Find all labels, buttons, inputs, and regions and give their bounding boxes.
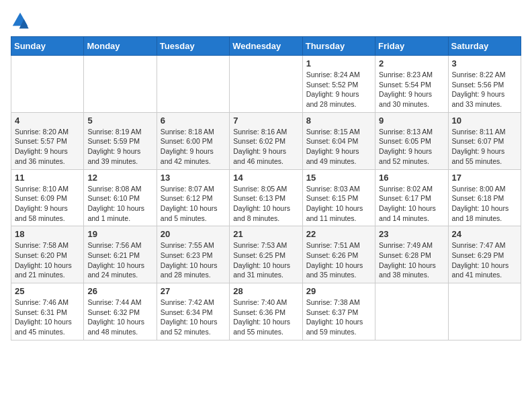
day-number: 1 bbox=[306, 58, 371, 68]
day-number: 13 bbox=[161, 173, 226, 183]
day-cell: 8Sunrise: 8:15 AM Sunset: 6:04 PM Daylig… bbox=[302, 112, 375, 169]
day-cell: 14Sunrise: 8:05 AM Sunset: 6:13 PM Dayli… bbox=[230, 169, 302, 226]
day-cell: 19Sunrise: 7:56 AM Sunset: 6:21 PM Dayli… bbox=[84, 226, 157, 283]
day-cell: 11Sunrise: 8:10 AM Sunset: 6:09 PM Dayli… bbox=[11, 169, 84, 226]
day-number: 9 bbox=[379, 116, 444, 126]
day-cell: 5Sunrise: 8:19 AM Sunset: 5:59 PM Daylig… bbox=[84, 112, 157, 169]
day-cell: 2Sunrise: 8:23 AM Sunset: 5:54 PM Daylig… bbox=[375, 56, 448, 113]
day-info: Sunrise: 8:22 AM Sunset: 5:56 PM Dayligh… bbox=[452, 70, 517, 109]
day-info: Sunrise: 8:03 AM Sunset: 6:15 PM Dayligh… bbox=[306, 184, 371, 224]
day-number: 23 bbox=[379, 229, 444, 239]
day-info: Sunrise: 8:10 AM Sunset: 6:09 PM Dayligh… bbox=[15, 184, 80, 224]
day-cell bbox=[157, 56, 229, 113]
day-number: 24 bbox=[452, 229, 517, 239]
day-number: 6 bbox=[161, 116, 226, 126]
day-cell: 10Sunrise: 8:11 AM Sunset: 6:07 PM Dayli… bbox=[448, 112, 521, 169]
day-number: 22 bbox=[306, 229, 371, 239]
day-cell: 28Sunrise: 7:40 AM Sunset: 6:36 PM Dayli… bbox=[230, 283, 302, 340]
day-cell: 16Sunrise: 8:02 AM Sunset: 6:17 PM Dayli… bbox=[375, 169, 448, 226]
weekday-header-thursday: Thursday bbox=[302, 37, 375, 56]
week-row-4: 18Sunrise: 7:58 AM Sunset: 6:20 PM Dayli… bbox=[11, 226, 521, 283]
day-info: Sunrise: 8:05 AM Sunset: 6:13 PM Dayligh… bbox=[233, 184, 298, 224]
day-number: 17 bbox=[452, 173, 517, 183]
week-row-2: 4Sunrise: 8:20 AM Sunset: 5:57 PM Daylig… bbox=[11, 112, 521, 169]
day-number: 5 bbox=[87, 116, 152, 126]
day-cell bbox=[375, 283, 448, 340]
day-number: 7 bbox=[233, 116, 298, 126]
day-info: Sunrise: 8:00 AM Sunset: 6:18 PM Dayligh… bbox=[452, 184, 517, 224]
day-info: Sunrise: 8:11 AM Sunset: 6:07 PM Dayligh… bbox=[452, 127, 517, 167]
day-number: 2 bbox=[379, 58, 444, 68]
day-info: Sunrise: 7:51 AM Sunset: 6:26 PM Dayligh… bbox=[306, 240, 371, 280]
day-cell: 29Sunrise: 7:38 AM Sunset: 6:37 PM Dayli… bbox=[302, 283, 375, 340]
day-cell: 9Sunrise: 8:13 AM Sunset: 6:05 PM Daylig… bbox=[375, 112, 448, 169]
day-cell: 3Sunrise: 8:22 AM Sunset: 5:56 PM Daylig… bbox=[448, 56, 521, 113]
day-number: 27 bbox=[161, 286, 226, 296]
day-info: Sunrise: 7:40 AM Sunset: 6:36 PM Dayligh… bbox=[233, 298, 298, 337]
day-info: Sunrise: 7:55 AM Sunset: 6:23 PM Dayligh… bbox=[161, 240, 226, 280]
day-cell: 6Sunrise: 8:18 AM Sunset: 6:00 PM Daylig… bbox=[157, 112, 229, 169]
day-cell: 23Sunrise: 7:49 AM Sunset: 6:28 PM Dayli… bbox=[375, 226, 448, 283]
calendar-table: SundayMondayTuesdayWednesdayThursdayFrid… bbox=[11, 36, 521, 340]
day-cell: 4Sunrise: 8:20 AM Sunset: 5:57 PM Daylig… bbox=[11, 112, 84, 169]
day-info: Sunrise: 7:44 AM Sunset: 6:32 PM Dayligh… bbox=[87, 298, 152, 337]
day-info: Sunrise: 8:07 AM Sunset: 6:12 PM Dayligh… bbox=[161, 184, 226, 224]
weekday-header-sunday: Sunday bbox=[11, 37, 84, 56]
day-number: 8 bbox=[306, 116, 371, 126]
day-cell: 25Sunrise: 7:46 AM Sunset: 6:31 PM Dayli… bbox=[11, 283, 84, 340]
day-info: Sunrise: 7:49 AM Sunset: 6:28 PM Dayligh… bbox=[379, 240, 444, 280]
day-number: 12 bbox=[87, 173, 152, 183]
week-row-1: 1Sunrise: 8:24 AM Sunset: 5:52 PM Daylig… bbox=[11, 56, 521, 113]
weekday-header-monday: Monday bbox=[84, 37, 157, 56]
page-header bbox=[11, 11, 521, 30]
day-number: 26 bbox=[87, 286, 152, 296]
day-cell: 22Sunrise: 7:51 AM Sunset: 6:26 PM Dayli… bbox=[302, 226, 375, 283]
day-cell: 17Sunrise: 8:00 AM Sunset: 6:18 PM Dayli… bbox=[448, 169, 521, 226]
weekday-header-tuesday: Tuesday bbox=[157, 37, 229, 56]
week-row-5: 25Sunrise: 7:46 AM Sunset: 6:31 PM Dayli… bbox=[11, 283, 521, 340]
day-cell bbox=[230, 56, 302, 113]
day-cell bbox=[84, 56, 157, 113]
day-number: 28 bbox=[233, 286, 298, 296]
day-cell: 27Sunrise: 7:42 AM Sunset: 6:34 PM Dayli… bbox=[157, 283, 229, 340]
day-info: Sunrise: 8:02 AM Sunset: 6:17 PM Dayligh… bbox=[379, 184, 444, 224]
week-row-3: 11Sunrise: 8:10 AM Sunset: 6:09 PM Dayli… bbox=[11, 169, 521, 226]
day-number: 16 bbox=[379, 173, 444, 183]
day-cell bbox=[11, 56, 84, 113]
day-info: Sunrise: 8:16 AM Sunset: 6:02 PM Dayligh… bbox=[233, 127, 298, 167]
day-number: 11 bbox=[15, 173, 80, 183]
day-number: 18 bbox=[15, 229, 80, 239]
day-info: Sunrise: 7:53 AM Sunset: 6:25 PM Dayligh… bbox=[233, 240, 298, 280]
day-info: Sunrise: 8:24 AM Sunset: 5:52 PM Dayligh… bbox=[306, 70, 371, 109]
day-cell: 13Sunrise: 8:07 AM Sunset: 6:12 PM Dayli… bbox=[157, 169, 229, 226]
day-cell: 26Sunrise: 7:44 AM Sunset: 6:32 PM Dayli… bbox=[84, 283, 157, 340]
day-info: Sunrise: 7:38 AM Sunset: 6:37 PM Dayligh… bbox=[306, 298, 371, 337]
day-info: Sunrise: 8:19 AM Sunset: 5:59 PM Dayligh… bbox=[87, 127, 152, 167]
day-number: 15 bbox=[306, 173, 371, 183]
day-cell bbox=[448, 283, 521, 340]
weekday-header-row: SundayMondayTuesdayWednesdayThursdayFrid… bbox=[11, 37, 521, 56]
day-info: Sunrise: 8:08 AM Sunset: 6:10 PM Dayligh… bbox=[87, 184, 152, 224]
day-number: 4 bbox=[15, 116, 80, 126]
day-number: 10 bbox=[452, 116, 517, 126]
day-number: 3 bbox=[452, 58, 517, 68]
day-cell: 18Sunrise: 7:58 AM Sunset: 6:20 PM Dayli… bbox=[11, 226, 84, 283]
day-info: Sunrise: 8:20 AM Sunset: 5:57 PM Dayligh… bbox=[15, 127, 80, 167]
day-info: Sunrise: 7:58 AM Sunset: 6:20 PM Dayligh… bbox=[15, 240, 80, 280]
day-info: Sunrise: 8:15 AM Sunset: 6:04 PM Dayligh… bbox=[306, 127, 371, 167]
day-info: Sunrise: 7:47 AM Sunset: 6:29 PM Dayligh… bbox=[452, 240, 517, 280]
day-number: 29 bbox=[306, 286, 371, 296]
day-number: 14 bbox=[233, 173, 298, 183]
day-info: Sunrise: 7:42 AM Sunset: 6:34 PM Dayligh… bbox=[161, 298, 226, 337]
day-cell: 15Sunrise: 8:03 AM Sunset: 6:15 PM Dayli… bbox=[302, 169, 375, 226]
day-cell: 1Sunrise: 8:24 AM Sunset: 5:52 PM Daylig… bbox=[302, 56, 375, 113]
day-info: Sunrise: 7:56 AM Sunset: 6:21 PM Dayligh… bbox=[87, 240, 152, 280]
day-info: Sunrise: 8:18 AM Sunset: 6:00 PM Dayligh… bbox=[161, 127, 226, 167]
day-cell: 20Sunrise: 7:55 AM Sunset: 6:23 PM Dayli… bbox=[157, 226, 229, 283]
day-cell: 7Sunrise: 8:16 AM Sunset: 6:02 PM Daylig… bbox=[230, 112, 302, 169]
day-info: Sunrise: 7:46 AM Sunset: 6:31 PM Dayligh… bbox=[15, 298, 80, 337]
day-number: 25 bbox=[15, 286, 80, 296]
day-cell: 21Sunrise: 7:53 AM Sunset: 6:25 PM Dayli… bbox=[230, 226, 302, 283]
day-cell: 24Sunrise: 7:47 AM Sunset: 6:29 PM Dayli… bbox=[448, 226, 521, 283]
weekday-header-saturday: Saturday bbox=[448, 37, 521, 56]
